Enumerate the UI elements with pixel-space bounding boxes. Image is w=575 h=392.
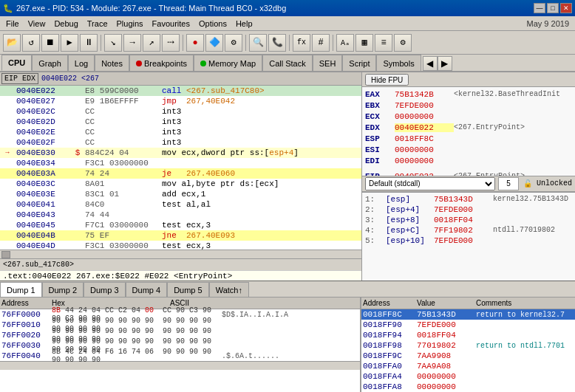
tb-run-to[interactable]: ⤏ [162,34,180,52]
tb-close[interactable]: ⏹ [41,34,59,52]
tb-ref[interactable]: 🔍 [249,34,267,52]
disasm-row[interactable]: 0040E02E CC int3 [0,127,361,137]
stack-row[interactable]: 4: [esp+C] 7FF19802 ntdll.77019802 [365,225,572,235]
reg-ecx[interactable]: ECX 00000000 [365,111,572,122]
reg-esi[interactable]: ESI 00000000 [365,144,572,155]
tab-scroll-right[interactable]: ▶ [438,56,452,71]
disasm-row[interactable]: 0040E022 E8 599C0000 call <267.sub_417C8… [0,86,361,96]
menu-favourites[interactable]: Favourites [148,18,194,30]
tb-run[interactable]: ▶ [61,34,78,52]
tb-bp-hw[interactable]: ⚙ [225,34,242,52]
disasm-row[interactable]: 0040E02D CC int3 [0,117,361,127]
disasm-row[interactable]: 0040E027 E9 1B6EFFFF jmp 267,40E042 [0,96,361,106]
reg-edx[interactable]: EDX 0040E022 <267.EntryPoint> [365,122,572,133]
tab-notes[interactable]: Notes [95,55,129,71]
register-panel: Hide FPU EAX 75B1342B <kernel32.BaseThre… [362,72,575,281]
dump-tab-5[interactable]: Dump 5 [167,282,209,297]
stack-right-row[interactable]: 0018FFA8 00000000 [361,382,575,392]
tb-sep3 [245,35,246,51]
stack-right-row[interactable]: 0018FFA4 00000000 [361,371,575,382]
disasm-row[interactable]: 0040E041 84C0 test al,al [0,199,361,210]
reg-esp[interactable]: ESP 0018FF8C [365,133,572,144]
disasm-scrollbar[interactable] [0,250,361,258]
minimize-button[interactable]: — [534,3,545,13]
tb-settings[interactable]: ⚙ [394,34,412,52]
menu-plugins[interactable]: Plugins [112,18,148,30]
tb-mem2[interactable]: ▦ [355,34,373,52]
maximize-button[interactable]: □ [547,3,559,13]
hide-fpu-button[interactable]: Hide FPU [365,74,409,86]
stack-right-row[interactable]: 0018FF90 7EFDE000 [361,320,575,330]
tab-script[interactable]: Script [342,55,376,71]
disasm-row[interactable]: 0040E03A 74 24 je 267.40E060 [0,168,361,179]
menu-help[interactable]: Help [231,18,257,30]
titlebar-buttons: — □ ✕ [534,3,572,13]
scroll-thumb[interactable] [1,251,10,258]
reg-edi[interactable]: EDI 00000000 [365,155,572,166]
tb-call[interactable]: 📞 [268,34,286,52]
tab-graph[interactable]: Graph [32,55,68,71]
disasm-row[interactable]: 0040E045 F7C1 03000000 test ecx,3 [0,220,361,230]
tb-stack[interactable]: ≡ [375,34,392,52]
dump-tab-3[interactable]: Dump 3 [84,282,126,297]
disasm-row[interactable]: → 0040E030 $ 884C24 04 mov ecx,dword ptr… [0,148,361,158]
tb-fx[interactable]: fx [293,34,310,52]
disasm-row[interactable]: 0040E02C CC int3 [0,106,361,117]
stack-right-row[interactable]: 0018FF94 0018FF04 [361,330,575,340]
menu-trace[interactable]: Trace [83,18,112,30]
tb-restart[interactable]: ↺ [22,34,40,52]
tb-step-out[interactable]: ↗ [143,34,160,52]
stack-right-row[interactable]: 0018FFA0 7AA9A08 [361,361,575,371]
dump-tab-1[interactable]: Dump 1 [0,282,42,297]
addr-line: .text:0040E022 267.exe:$E022 #E022 <Entr… [0,270,361,281]
reg-eax[interactable]: EAX 75B1342B <kernel32.BaseThreadInit [365,89,572,100]
stack-count-input[interactable] [498,177,519,190]
tab-log[interactable]: Log [68,55,95,71]
stack-addr: [esp+4] [386,205,434,214]
stack-right-row[interactable]: 0018FF8C 75B1343D return to kernel32.7 [361,309,575,320]
menu-view[interactable]: View [24,18,50,30]
dump-tab-watch1[interactable]: Watch↑ [209,282,249,297]
tab-memory-map[interactable]: Memory Map [194,55,262,71]
stack-callconv-select[interactable]: Default (stdcall) [365,177,495,190]
menu-file[interactable]: File [1,18,24,30]
tb-step-in[interactable]: ↘ [104,34,122,52]
tb-bp[interactable]: ● [186,34,204,52]
tab-symbols[interactable]: Symbols [376,55,421,71]
tb-step-over[interactable]: → [123,34,141,52]
disasm-row[interactable]: 0040E043 74 44 [0,210,361,220]
reg-ebx[interactable]: EBX 7EFDE000 [365,100,572,111]
stack-row[interactable]: 1: [esp] 75B1343D kernel32.75B1343D [365,194,572,204]
disasm-row[interactable]: 0040E04B 75 EF jne 267.40E093 [0,230,361,241]
disasm-row[interactable]: 0040E04D F3C1 03000000 test ecx,3 [0,241,361,250]
menu-debug[interactable]: Debug [50,18,82,30]
disasm-row[interactable]: 0040E034 F3C1 03000000 [0,158,361,168]
tb-pause[interactable]: ⏸ [80,34,98,52]
reg-name-edi: EDI [365,157,395,165]
tb-hash[interactable]: # [312,34,330,52]
addr-col: 0040E03E [15,190,70,199]
stack-row[interactable]: 3: [esp+8] 0018FF04 [365,215,572,225]
tab-scroll-left[interactable]: ◀ [423,56,438,71]
dump-tab-4[interactable]: Dump 4 [126,282,168,297]
stack-row[interactable]: 5: [esp+10] 7EFDE000 [365,235,572,246]
disasm-row[interactable]: 0040E03C 8A01 mov al,byte ptr ds:[ecx] [0,179,361,189]
stack-right-row[interactable]: 0018FF9C 7AA9908 [361,351,575,361]
dump-hex-panel: Address Hex ASCII 76FF0000 8B 44 24 04 C… [0,298,361,392]
tab-breakpoints[interactable]: Breakpoints [129,55,194,71]
tb-open[interactable]: 📂 [3,34,21,52]
dump-tab-2[interactable]: Dump 2 [42,282,84,297]
disasm-row[interactable]: 0040E02F CC int3 [0,137,361,148]
menu-options[interactable]: Options [194,18,231,30]
close-button[interactable]: ✕ [560,3,572,13]
tb-aa[interactable]: Aₐ [336,34,354,52]
stack-row[interactable]: 2: [esp+4] 7EFDE000 [365,204,572,215]
disasm-row[interactable]: 0040E03E 83C1 01 add ecx,1 [0,189,361,199]
stack-right-row[interactable]: 0018FF98 77019802 return to ntdll.7701 [361,340,575,351]
tab-call-stack[interactable]: Call Stack [262,55,313,71]
tab-log-label: Log [75,59,88,68]
tb-bp-mem[interactable]: 🔷 [205,34,223,52]
tab-seh[interactable]: SEH [313,55,343,71]
dump-row[interactable]: 76FF0040 8B 4C 24 04 F6 16 74 06 90 90 9… [0,351,360,361]
tab-cpu[interactable]: CPU [1,55,32,71]
